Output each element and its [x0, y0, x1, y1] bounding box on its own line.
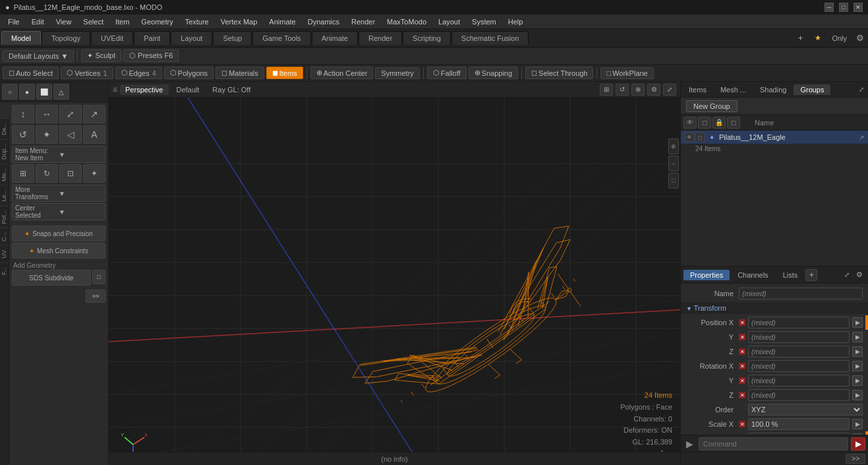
strip-tab-dup[interactable]: Dup...	[0, 139, 9, 164]
strip-tab-pol[interactable]: Pol...	[0, 206, 9, 228]
presets-btn[interactable]: ⬡ Presets F6	[123, 49, 179, 62]
prop-pos-x-right-btn[interactable]: ▶	[852, 317, 863, 328]
rt-tab-groups[interactable]: Groups	[794, 84, 830, 95]
iv-render[interactable]: ◻	[695, 133, 705, 142]
polygons-btn[interactable]: ⬡ Polygons	[164, 67, 214, 79]
tab-uvedit[interactable]: UVEdit	[91, 31, 133, 45]
menu-maxtomodo[interactable]: MaxToModo	[382, 16, 432, 27]
edges-btn[interactable]: ⬡ Edges 4	[115, 67, 162, 79]
mesh-constraints-btn[interactable]: ✦ Mesh Constraints	[12, 243, 105, 259]
menu-layout[interactable]: Layout	[433, 16, 465, 27]
prop-pos-y-right-btn[interactable]: ▶	[852, 332, 863, 342]
prop-rot-x-right-btn[interactable]: ▶	[852, 361, 863, 371]
materials-btn[interactable]: ◻ Materials	[216, 67, 264, 79]
viewport-shading-label[interactable]: Default	[171, 84, 205, 95]
rt-vis-btn-4[interactable]: ◻	[727, 117, 740, 129]
prop-scale-y-right-btn[interactable]: ▶	[852, 433, 863, 435]
default-layouts-btn[interactable]: Default Layouts ▼	[3, 50, 74, 62]
sds-subdivide-btn[interactable]: SDS Subdivide	[12, 270, 91, 286]
tool-rotate-btn[interactable]: ↔	[36, 105, 58, 123]
viewport-raygl-label[interactable]: Ray GL: Off	[207, 84, 256, 95]
new-group-btn[interactable]: New Group	[686, 100, 738, 112]
menu-item[interactable]: Item	[110, 16, 134, 27]
rb-tab-lists[interactable]: Lists	[776, 270, 805, 280]
tool-sphere-filled-btn[interactable]: ●	[19, 84, 35, 100]
items-btn[interactable]: ◼ Items	[266, 67, 303, 79]
viewport-settings-btn[interactable]: ⚙	[647, 84, 660, 96]
tab-setup[interactable]: Setup	[213, 31, 252, 45]
menu-vertexmap[interactable]: Vertex Map	[216, 16, 263, 27]
menu-help[interactable]: Help	[503, 16, 529, 27]
prop-pos-z-input[interactable]	[748, 346, 850, 357]
minimize-btn[interactable]: ─	[825, 3, 834, 12]
expand-left-btn[interactable]: >>	[86, 290, 105, 303]
menu-dynamics[interactable]: Dynamics	[303, 16, 345, 27]
rb-expand-btn[interactable]: ⤢	[842, 271, 852, 278]
prop-order-select[interactable]: XYZ	[748, 404, 863, 416]
prop-rot-z-marker[interactable]: ✕	[739, 392, 745, 398]
tool-triangle-btn[interactable]: △	[53, 84, 69, 100]
props-expand-btn[interactable]: >>	[846, 454, 865, 464]
tab-topology[interactable]: Topology	[42, 31, 90, 45]
workplane-btn[interactable]: □ WorkPlane	[600, 67, 653, 79]
rt-expand-btn[interactable]: ⤢	[856, 86, 867, 93]
menu-geometry[interactable]: Geometry	[136, 16, 178, 27]
maximize-btn[interactable]: □	[839, 3, 848, 12]
viewport-canvas[interactable]: 24 Items Polygons : Face Channels: 0 Def…	[109, 98, 680, 465]
tab-animate[interactable]: Animate	[312, 31, 358, 45]
prop-rot-y-right-btn[interactable]: ▶	[852, 375, 863, 386]
rt-tab-items[interactable]: Items	[682, 84, 713, 95]
tab-scripting[interactable]: Scripting	[403, 31, 451, 45]
rt-vis-btn-1[interactable]: 👁	[683, 117, 697, 129]
vp-side-2[interactable]: −	[668, 156, 679, 171]
rb-add-btn[interactable]: +	[805, 269, 817, 281]
tool-r2-3-btn[interactable]: ◁	[59, 125, 82, 144]
tab-gametools[interactable]: Game Tools	[252, 31, 311, 45]
prop-pos-y-input[interactable]	[748, 331, 850, 343]
prop-rot-y-input[interactable]	[748, 375, 850, 387]
prop-pos-z-marker[interactable]: ✕	[739, 348, 745, 355]
transform-rot-btn[interactable]: ↻	[36, 164, 58, 183]
prop-pos-z-right-btn[interactable]: ▶	[852, 346, 863, 357]
tab-layout[interactable]: Layout	[171, 31, 212, 45]
tool-cube-btn[interactable]: ⬜	[36, 84, 52, 100]
prop-scale-y-input[interactable]	[748, 433, 850, 435]
item-menu-dropdown[interactable]: Item Menu: New Item ▼	[12, 146, 105, 163]
prop-name-input[interactable]	[739, 288, 863, 299]
more-transforms-dropdown[interactable]: More Transforms ▼	[12, 185, 105, 202]
rt-vis-btn-2[interactable]: ◻	[698, 117, 711, 129]
menu-select[interactable]: Select	[78, 16, 109, 27]
strip-tab-uv[interactable]: UV	[0, 245, 9, 263]
rt-vis-btn-3[interactable]: 🔒	[712, 117, 726, 129]
prop-scale-x-input[interactable]	[748, 418, 850, 430]
rb-tab-properties[interactable]: Properties	[683, 270, 730, 280]
snaps-precision-btn[interactable]: ✦ Snaps and Precision	[12, 226, 105, 241]
tool-r2-1-btn[interactable]: ↺	[12, 125, 34, 144]
falloff-btn[interactable]: ⬡ Falloff	[427, 67, 467, 79]
item-row-pilatus[interactable]: 👁 ◻ ✦ Pilatus__12M_Eagle ↗	[681, 131, 868, 144]
tab-model[interactable]: Model	[1, 31, 41, 45]
tool-sphere-btn[interactable]: ○	[2, 84, 18, 100]
tool-r2-4-btn[interactable]: A	[83, 125, 105, 144]
strip-tab-le[interactable]: Le...	[0, 185, 9, 206]
menu-file[interactable]: File	[3, 16, 25, 27]
tab-schematic[interactable]: Schematic Fusion	[451, 31, 529, 45]
tool-move-btn[interactable]: ↕	[12, 105, 34, 123]
gear-icon[interactable]: ⚙	[854, 33, 867, 43]
menu-system[interactable]: System	[467, 16, 502, 27]
vp-side-1[interactable]: ⊕	[668, 139, 679, 154]
add-tab-btn[interactable]: +	[793, 32, 809, 44]
strip-tab-c[interactable]: C...	[0, 228, 9, 245]
iv-vis[interactable]: 👁	[685, 133, 694, 142]
strip-tab-de[interactable]: De...	[0, 118, 9, 139]
tool-r2-2-btn[interactable]: ✦	[36, 125, 58, 144]
tab-paint[interactable]: Paint	[134, 31, 170, 45]
sds-options-btn[interactable]: □	[92, 270, 105, 284]
command-input[interactable]	[699, 437, 848, 450]
viewport-expand-btn[interactable]: ⤢	[663, 84, 676, 96]
viewport-menu-btn[interactable]: ≡	[113, 85, 117, 94]
viewport-camera-btn[interactable]: ⊞	[600, 84, 613, 96]
prop-rot-x-input[interactable]	[748, 360, 850, 372]
viewport-type-label[interactable]: Perspective	[120, 84, 168, 95]
symmetry-btn[interactable]: Symmetry	[375, 67, 420, 79]
